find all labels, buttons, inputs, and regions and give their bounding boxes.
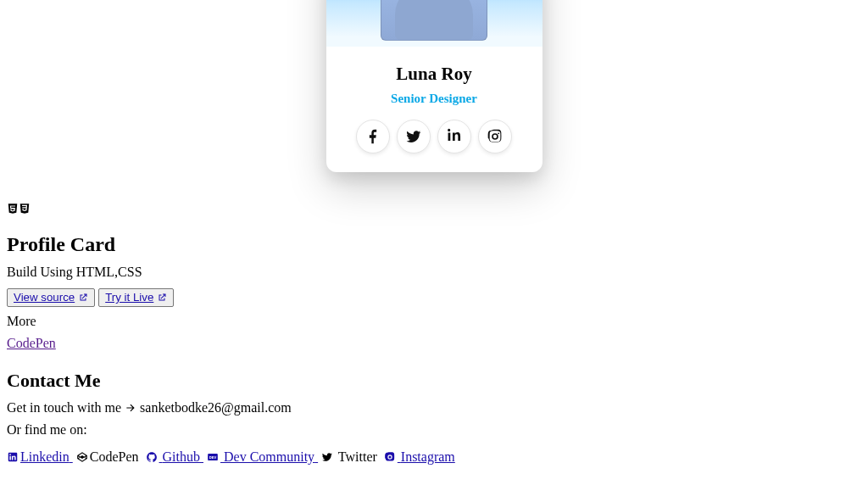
facebook-icon[interactable] — [356, 120, 390, 153]
page-title: Profile Card — [7, 233, 861, 256]
subtitle: Build Using HTML,CSS — [7, 265, 861, 280]
twitter-link[interactable]: Twitter — [321, 449, 381, 464]
linkedin-link[interactable]: Linkedin — [7, 449, 73, 464]
css3-icon — [19, 203, 31, 215]
tech-icons — [7, 203, 861, 218]
linkedin-label: Linkedin — [20, 449, 70, 464]
arrow-right-icon — [125, 402, 136, 414]
contact-email: sanketbodke26@gmail.com — [140, 400, 292, 415]
card-hero — [326, 0, 542, 47]
view-source-label: View source — [14, 291, 75, 304]
profile-photo — [381, 0, 487, 41]
try-it-live-label: Try it Live — [105, 291, 153, 304]
github-label: Github — [163, 449, 200, 464]
codepen-link[interactable]: CodePen — [7, 336, 56, 350]
instagram-icon — [384, 451, 396, 463]
social-row — [326, 120, 542, 153]
contact-prefix: Get in touch with me — [7, 400, 121, 415]
dev-community-link[interactable]: DEV Dev Community — [207, 449, 318, 464]
more-label: More — [7, 314, 861, 329]
find-me-label: Or find me on: — [7, 422, 861, 438]
github-link[interactable]: Github — [146, 449, 203, 464]
linkedin-icon[interactable] — [437, 120, 471, 153]
external-link-icon — [157, 293, 167, 303]
external-link-icon — [78, 293, 88, 303]
codepen-icon — [76, 451, 88, 463]
svg-text:DEV: DEV — [209, 455, 217, 460]
dev-label: Dev Community — [224, 449, 314, 464]
profile-name: Luna Roy — [326, 64, 542, 85]
twitter-icon — [321, 451, 333, 463]
profile-role: Senior Designer — [326, 92, 542, 106]
codepen-link-2[interactable]: CodePen — [76, 449, 142, 464]
linkedin-icon — [7, 451, 19, 463]
twitter-label: Twitter — [338, 449, 377, 464]
codepen-label: CodePen — [90, 449, 139, 464]
contact-line: Get in touch with me sanketbodke26@gmail… — [7, 400, 861, 416]
profile-card: Luna Roy Senior Designer — [326, 0, 542, 172]
view-source-button[interactable]: View source — [7, 288, 95, 307]
instagram-link[interactable]: Instagram — [384, 449, 455, 464]
contact-heading: Contact Me — [7, 370, 861, 392]
github-icon — [146, 451, 158, 463]
html5-icon — [7, 203, 19, 215]
try-it-live-button[interactable]: Try it Live — [98, 288, 174, 307]
twitter-icon[interactable] — [397, 120, 431, 153]
social-links: Linkedin CodePen Github DEV Dev Communit… — [7, 446, 861, 468]
instagram-icon[interactable] — [478, 120, 512, 153]
instagram-label: Instagram — [401, 449, 455, 464]
dev-icon: DEV — [207, 451, 219, 463]
